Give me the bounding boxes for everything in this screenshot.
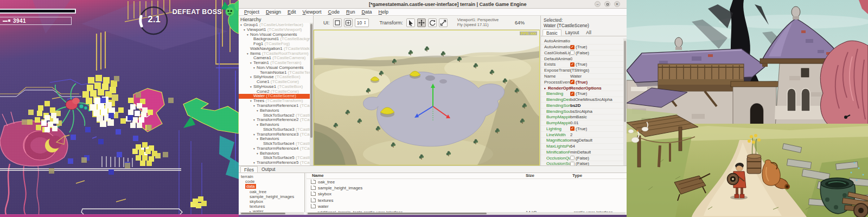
expander-icon[interactable]: ▾ [544,87,548,90]
property-value[interactable]: (False) [570,161,589,165]
property-value[interactable]: minDefault [570,150,591,155]
property-value[interactable]: ✓(True) [570,62,587,67]
files-tree-item-terrain[interactable]: terrain [239,174,304,179]
grid-size-spinner[interactable]: 10 ▲▼ [355,18,369,27]
hierarchy-item-items[interactable]: ▾Items (TCastleRootTransform) [239,52,310,56]
checkbox-off[interactable] [570,156,575,160]
property-value[interactable]: bmBasic [570,114,587,119]
property-value[interactable]: (False) [570,50,589,55]
hierarchy-item-transformreference1[interactable]: ▾TransformReference1 (TCastleTransformRe… [239,104,310,108]
hierarchy-item-transformreference2[interactable]: ▾TransformReference2 (TCastleTransformRe… [239,118,310,123]
hierarchy-item-sticktosurface2[interactable]: StickToSurface2 (TCastleStickToSurface) [239,113,310,118]
file-row-textures[interactable]: textures [307,197,627,203]
hierarchy-item-non-visual-components[interactable]: ▾Non-Visual Components [239,66,310,71]
files-tree-item-code[interactable]: code [239,179,304,184]
tab-basic[interactable]: Basic [542,29,561,36]
files-tree-item-skybox[interactable]: skybox [239,199,304,204]
menu-item-run[interactable]: Run [343,9,358,15]
column-name[interactable]: Name [307,173,526,178]
hierarchy-item-viewport1[interactable]: ▾Viewport1 (TCastleViewport) [239,28,310,33]
checkbox-off[interactable] [570,50,575,55]
checkbox-on[interactable]: ✓ [570,80,575,84]
hierarchy-item-trees[interactable]: ▾Trees (TCastleTransform) [239,99,310,104]
property-value[interactable]: 0 [570,56,572,61]
property-value[interactable]: (False) [570,156,589,161]
file-row-oak-tree[interactable]: oak_tree [307,179,627,185]
rotate-tool-button[interactable] [428,18,437,27]
property-value[interactable]: 2 [570,132,572,137]
hierarchy-item-sillyhouse1[interactable]: ▾SillyHouse1 (TCastleBox) [239,85,310,90]
add-ui-rect-button[interactable] [333,18,342,27]
hierarchy-item-behaviors[interactable]: ▾Behaviors [239,123,310,127]
hierarchy-item-sillyhouse[interactable]: ▾SillyHouse (TCastleBox) [239,75,310,80]
hierarchy-item-walknavigation1[interactable]: WalkNavigation1 (TCastleWalkNavigation) [239,47,310,52]
column-size[interactable]: Size [526,173,572,178]
menu-item-help[interactable]: Help [376,9,392,15]
hierarchy-item-sticktosurface4[interactable]: StickToSurface4 (TCastleStickToSurface) [239,142,310,146]
files-tree-item-data[interactable]: data [239,184,304,189]
files-tree-item-textures[interactable]: textures [239,204,304,209]
move-tool-button[interactable] [417,18,426,27]
property-value[interactable]: ✓(True) [570,91,587,96]
hierarchy-item-cone1[interactable]: Cone1 (TCastleCone) [239,80,310,85]
checkbox-on[interactable]: ✓ [570,92,575,96]
menu-item-design[interactable]: Design [263,9,284,15]
hierarchy-item-behaviors[interactable]: ▾Behaviors [239,108,310,113]
hierarchy-item-behaviors[interactable]: ▾Behaviors [239,137,310,142]
hierarchy-item-cone2[interactable]: Cone2 (TCastleCone) [239,90,310,94]
menu-item-data[interactable]: Data [359,9,374,15]
add-ui-plus-button[interactable] [344,18,353,27]
hierarchy-item-terrainnoise1[interactable]: TerrainNoise1 (TCastleTerrainNoise) [239,71,310,75]
hierarchy-item-non-visual-components[interactable]: ▾Non-Visual Components [239,33,310,37]
select-tool-button[interactable] [406,18,415,27]
hierarchy-item-terrain1[interactable]: ▾Terrain1 (TCastleTerrain) [239,61,310,66]
property-value[interactable]: bsSrcAlpha [570,109,592,114]
file-row-sample-height-images[interactable]: sample_height_images [307,185,627,191]
property-value[interactable]: (TStrings) [570,68,589,73]
property-value[interactable]: ✓(True) [570,80,588,85]
menu-item-code[interactable]: Code [325,9,342,15]
property-value[interactable]: bdOneMinusSrcAlpha [570,97,612,102]
scale-tool-button[interactable] [439,18,448,27]
property-value[interactable]: ✓(True) [570,44,587,49]
hierarchy-item-camera1[interactable]: Camera1 (TCastleCamera) [239,56,310,61]
tab-output[interactable]: Output [258,166,279,173]
hierarchy-item-fog1[interactable]: Fog1 (TCastleFog) [239,42,310,47]
checkbox-on[interactable]: ✓ [570,45,575,49]
menu-item-edit[interactable]: Edit [285,9,299,15]
column-type[interactable]: Type [572,173,582,178]
file-row-skybox[interactable]: skybox [307,191,627,197]
hierarchy-scrollbar[interactable] [310,23,313,165]
hierarchy-item-group1[interactable]: ▾Group1 (TCastleUserInterface) [239,23,310,28]
property-value[interactable]: RenderOptions [570,86,602,91]
maximize-button[interactable] [604,1,610,7]
hierarchy-item-background1[interactable]: Background1 (TCastleBackground) [239,37,310,42]
file-row-water[interactable]: water [307,203,627,209]
3d-viewport[interactable]: FPS: xxx [314,30,540,165]
hierarchy-item-transformreference5[interactable]: ▾TransformReference5 (TCastleTransformRe… [239,161,310,165]
menu-item-project[interactable]: Project [241,9,262,15]
close-button[interactable]: ✕ [614,1,620,7]
hierarchy-item-sticktosurface5[interactable]: StickToSurface5 (TCastleStickToSurface) [239,156,310,161]
files-tree-item-oak_tree[interactable]: oak_tree [239,189,304,194]
hierarchy-item-behaviors[interactable]: ▾Behaviors [239,151,310,156]
right-game-window[interactable] [627,0,868,217]
tab-layout[interactable]: Layout [562,29,583,36]
hierarchy-item-water[interactable]: Water (TCastleScene) [239,94,310,99]
property-value[interactable]: magDefault [570,138,592,143]
menu-item-viewport[interactable]: Viewport [300,9,324,15]
hierarchy-item-transformreference3[interactable]: ▾TransformReference3 (TCastleTransformRe… [239,132,310,137]
checkbox-off[interactable] [570,162,575,165]
hierarchy-item-sticktosurface3[interactable]: StickToSurface3 (TCastleStickToSurface) [239,127,310,132]
hierarchy-item-transformreference4[interactable]: ▾TransformReference4 (TCastleTransformRe… [239,146,310,151]
tab-all[interactable]: All [583,29,594,36]
files-tree-item-sample_height_images[interactable]: sample_height_images [239,194,304,199]
left-game-window[interactable]: 3941 2.1 DEFEAT BOSS [0,0,239,217]
tab-files[interactable]: Files [240,166,258,173]
property-value[interactable]: ✓(True) [570,126,587,131]
titlebar[interactable]: [*gamestatemain.castle-user-interface] t… [239,0,627,9]
property-value[interactable]: bs2D [570,103,581,108]
minimize-button[interactable]: – [595,1,601,7]
checkbox-on[interactable]: ✓ [570,126,575,131]
property-value[interactable]: 64 [570,144,575,149]
